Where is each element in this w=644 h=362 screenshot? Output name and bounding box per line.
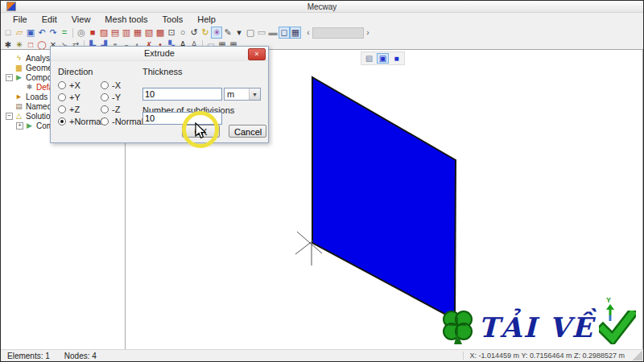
radio-dot-icon[interactable]	[58, 81, 66, 89]
solid-cube-icon[interactable]: ■	[87, 27, 98, 39]
thickness-input[interactable]	[142, 88, 222, 101]
zoom-window-icon[interactable]: ⊡	[166, 27, 177, 39]
radio-label: +Normal	[69, 117, 103, 126]
mouse-cursor-icon	[195, 122, 207, 140]
download-watermark: TẢI VỀ	[441, 309, 636, 346]
redo-icon[interactable]: ↷	[47, 27, 59, 39]
dialog-title: Extrude	[144, 48, 175, 58]
radio-dot-icon[interactable]	[58, 117, 66, 125]
menu-help[interactable]: Help	[190, 14, 223, 25]
radio-x-plus[interactable]: +X	[58, 80, 101, 90]
checkmark-icon	[599, 311, 636, 344]
menu-edit[interactable]: Edit	[35, 14, 64, 25]
radio-label: -Z	[112, 105, 120, 114]
flat-shaded-icon[interactable]: ▭	[256, 27, 267, 39]
component-icon: ▶	[25, 121, 34, 130]
solution-icon: △	[14, 112, 23, 120]
toolbar-scrollbar[interactable]: ‹ ›	[304, 27, 372, 39]
thickness-label: Thickness	[142, 67, 183, 76]
title-bar: Mecway	[1, 1, 643, 13]
lightning-icon: ϟ	[14, 54, 23, 62]
cube-front-icon[interactable]: ▥	[121, 27, 132, 39]
node-select-icon[interactable]: ✳	[211, 27, 222, 39]
dialog-body: Direction +X-X+Y-Y+Z-Z+Normal-Normal Thi…	[51, 61, 268, 142]
draw-dropdown-caret-icon[interactable]: ▾	[233, 27, 245, 39]
nodes-count: Nodes: 4	[64, 352, 97, 360]
collapse-icon[interactable]: −	[6, 113, 13, 120]
radio-label: +X	[69, 80, 80, 90]
radio-y-plus[interactable]: +Y	[58, 93, 101, 102]
tree-item-label: Named	[26, 102, 52, 111]
rotate-right-icon[interactable]: ↻	[200, 27, 211, 39]
save-icon[interactable]: ▣	[25, 27, 36, 39]
axis-label: Y	[606, 296, 611, 304]
new-file-icon[interactable]: □	[2, 27, 14, 39]
cursor-coordinates: X: -1.014459 m Y: 0.7156464 m Z: 0.29885…	[463, 352, 625, 360]
menu-bar: FileEditViewMesh toolsToolsHelp	[1, 13, 643, 26]
add-node-icon[interactable]: ✱	[2, 40, 14, 50]
wireframe-view-icon[interactable]: ◻	[279, 27, 290, 39]
app-logo-icon	[6, 2, 16, 11]
radio-label: +Y	[69, 93, 80, 102]
radio-dot-icon[interactable]	[101, 93, 109, 101]
radio-label: -Y	[112, 93, 121, 102]
direction-label: Direction	[58, 67, 93, 76]
dialog-title-bar[interactable]: Extrude ×	[51, 47, 268, 61]
unit-value: m	[227, 89, 234, 99]
cube-back-icon[interactable]: ▧	[143, 27, 155, 39]
direction-radio-group: +X-X+Y-Y+Z-Z+Normal-Normal	[58, 79, 154, 127]
menu-mesh-tools[interactable]: Mesh tools	[97, 14, 155, 25]
expand-icon[interactable]: +	[16, 122, 23, 130]
cube-section-icon[interactable]: ▩	[155, 27, 166, 39]
red-square-icon[interactable]: □	[25, 40, 36, 50]
radio-label: -X	[112, 80, 121, 90]
toolbar-separator	[72, 28, 73, 38]
scroll-left-icon[interactable]: ‹	[304, 27, 312, 38]
draw-element-icon[interactable]: ✎	[222, 27, 233, 39]
wireframe-sphere-icon[interactable]: ◎	[76, 27, 87, 39]
radio-dot-icon[interactable]	[101, 117, 109, 125]
transform-icon[interactable]: ▢	[245, 27, 256, 39]
menu-file[interactable]: File	[6, 14, 35, 25]
menu-tools[interactable]: Tools	[155, 14, 191, 25]
scroll-thumb[interactable]	[312, 27, 364, 39]
open-folder-icon[interactable]: ▱	[14, 27, 25, 39]
elements-count: Elements: 1	[7, 352, 50, 360]
radio-z-plus[interactable]: +Z	[58, 105, 101, 114]
quad-element[interactable]	[312, 77, 456, 319]
radio-label: +Z	[69, 105, 80, 114]
cancel-button[interactable]: Cancel	[229, 125, 266, 138]
rotate-left-icon[interactable]: ↺	[188, 27, 200, 39]
equals-icon[interactable]: =	[59, 27, 70, 39]
extrude-dialog: Extrude × Direction +X-X+Y-Y+Z-Z+Normal-…	[50, 46, 269, 143]
radio-label: -Normal	[112, 117, 143, 126]
solid-shaded-icon[interactable]: ▬	[267, 27, 279, 39]
chevron-down-icon[interactable]: ▼	[249, 88, 260, 100]
named-selection-icon: ▤	[14, 102, 23, 110]
unit-dropdown[interactable]: m ▼	[224, 88, 261, 101]
radio-dot-icon[interactable]	[58, 105, 66, 113]
components-icon: ▶	[14, 73, 23, 81]
cube-side-icon[interactable]: ▦	[132, 27, 143, 39]
radio-normal-plus[interactable]: +Normal	[58, 117, 101, 126]
scroll-right-icon[interactable]: ›	[364, 27, 372, 38]
watermark-text: TẢI VỀ	[478, 311, 594, 343]
undo-icon[interactable]: ↶	[36, 27, 47, 39]
zoom-icon[interactable]: ○	[177, 27, 188, 39]
menu-view[interactable]: View	[64, 14, 98, 25]
circle-element-icon[interactable]: ◯	[36, 40, 47, 50]
window-title: Mecway	[1, 2, 643, 11]
mesh-view-icon[interactable]: ▦	[290, 27, 301, 39]
radio-dot-icon[interactable]	[101, 105, 109, 113]
radio-dot-icon[interactable]	[58, 93, 66, 101]
refine-node-icon[interactable]: ✳	[14, 40, 25, 50]
cube-top-icon[interactable]: ▤	[109, 27, 121, 39]
close-icon[interactable]: ×	[248, 48, 266, 60]
toolbar-row-1: □▱▣↶↷=◎■▨▤▥▦▧▩⊡○↺↻✳✎▾▢▭▬◻▦ ‹ ›	[1, 26, 643, 39]
cube-outline-icon[interactable]: ▨	[98, 27, 109, 39]
radio-dot-icon[interactable]	[101, 81, 109, 89]
resize-grip[interactable]	[633, 351, 642, 360]
tree-item-label: Compo	[26, 73, 52, 82]
collapse-icon[interactable]: −	[6, 74, 13, 81]
loads-icon: ►	[14, 93, 23, 101]
